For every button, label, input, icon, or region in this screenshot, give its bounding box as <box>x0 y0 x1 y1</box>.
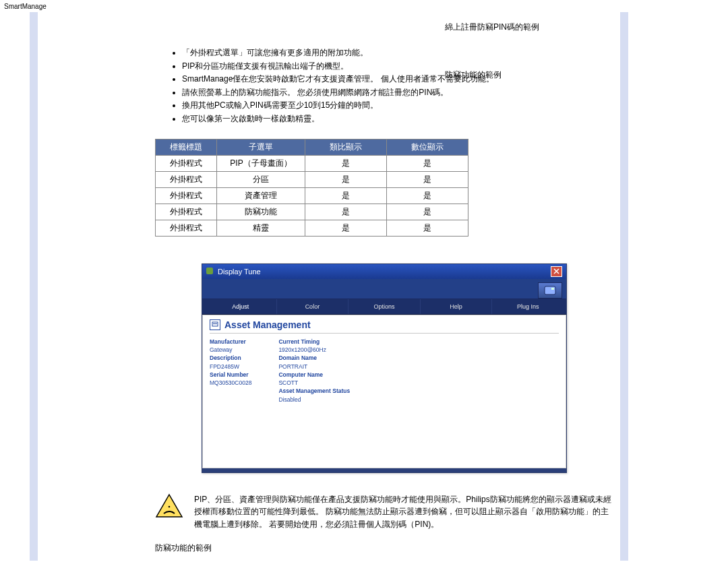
table-row: 外掛程式 資產管理 是 是 <box>156 187 468 204</box>
th-submenu: 子選單 <box>217 139 305 155</box>
val-domain: PORTRAIT <box>278 363 350 371</box>
right-color-stripe <box>620 12 628 561</box>
bullet-item: 換用其他PC或輸入PIN碼需要至少10到15分鐘的時間。 <box>182 99 613 112</box>
window-bottom-bar <box>202 468 566 472</box>
tab-plugins[interactable]: Plug Ins <box>492 299 564 314</box>
th-digital: 數位顯示 <box>387 139 468 155</box>
svg-rect-0 <box>545 286 555 294</box>
warning-icon <box>155 493 183 519</box>
panel-heading: Asset Management <box>224 319 311 330</box>
subheading-theft-example: 防竊功能的範例 <box>155 542 613 554</box>
th-tab-title: 標籤標題 <box>156 139 217 155</box>
svg-rect-1 <box>551 288 554 290</box>
svg-marker-4 <box>156 495 182 517</box>
val-am-status: Disabled <box>278 396 350 404</box>
link-pin-example[interactable]: 綿上註冊防竊PIN碼的範例 <box>445 19 627 36</box>
left-color-stripe <box>30 12 38 561</box>
page-title: SmartManage <box>0 0 728 13</box>
warning-text: PIP、分區、資產管理與防竊功能僅在產品支援防竊功能時才能使用與顯示。Phili… <box>194 493 613 531</box>
val-manufacturer: Gateway <box>210 346 251 354</box>
val-description: FPD2485W <box>210 363 251 371</box>
lbl-serial: Serial Number <box>210 371 251 379</box>
asset-icon <box>210 319 220 330</box>
tab-help[interactable]: Help <box>421 299 493 314</box>
table-row: 外掛程式 分區 是 是 <box>156 171 468 187</box>
lbl-timing: Current Timing <box>278 338 350 346</box>
close-icon[interactable] <box>551 266 562 277</box>
svg-point-5 <box>169 505 171 507</box>
bullet-item: 請依照螢幕上的防竊功能指示。 您必須使用網際網路才能註冊您的PIN碼。 <box>182 86 613 99</box>
toolbar-button[interactable] <box>538 282 562 299</box>
lbl-description: Description <box>210 354 251 362</box>
th-analog: 類比顯示 <box>305 139 387 155</box>
app-icon <box>206 268 213 274</box>
tab-adjust[interactable]: Adjust <box>205 299 277 314</box>
table-row: 外掛程式 精靈 是 是 <box>156 220 468 236</box>
tab-color[interactable]: Color <box>277 299 349 314</box>
feature-table: 標籤標題 子選單 類比顯示 數位顯示 外掛程式 PIP（子母畫面） 是 是 外掛… <box>155 139 468 237</box>
val-timing: 1920x1200@60Hz <box>278 346 350 354</box>
lbl-am-status: Asset Management Status <box>278 387 350 395</box>
display-tune-window: Display Tune Adjust Color Options Help P… <box>202 263 567 473</box>
bullet-item: 您可以像第一次啟動時一樣啟動精靈。 <box>182 113 613 125</box>
tab-options[interactable]: Options <box>348 299 421 314</box>
svg-rect-3 <box>213 323 217 324</box>
lbl-domain: Domain Name <box>278 354 350 362</box>
val-computer: SCOTT <box>278 379 350 387</box>
table-row: 外掛程式 PIP（子母畫面） 是 是 <box>156 155 468 171</box>
lbl-manufacturer: Manufacturer <box>210 338 251 346</box>
window-title: Display Tune <box>206 268 261 276</box>
table-row: 外掛程式 防竊功能 是 是 <box>156 204 468 220</box>
link-theft-example[interactable]: 防竊功能的範例 <box>445 67 627 84</box>
lbl-computer: Computer Name <box>278 371 350 379</box>
val-serial: MQ30530C0028 <box>210 379 251 387</box>
